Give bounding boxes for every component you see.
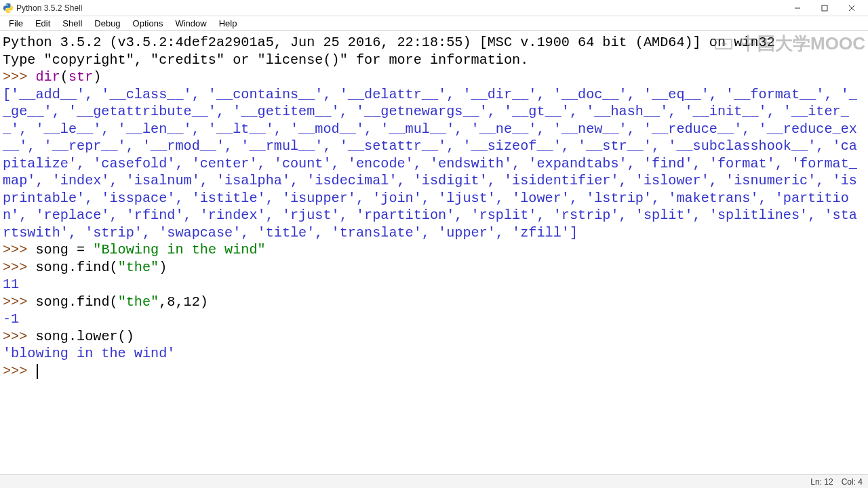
python-icon (3, 3, 14, 14)
menu-options[interactable]: Options (127, 17, 170, 30)
menu-shell[interactable]: Shell (56, 17, 88, 30)
find-call-2: song.find( (35, 294, 117, 310)
find-result-1: 11 (3, 277, 19, 292)
lower-call: song.lower() (35, 329, 134, 344)
menu-file[interactable]: File (3, 17, 29, 30)
window-controls (784, 1, 865, 16)
prompt: >>> (3, 329, 35, 344)
menubar: File Edit Shell Debug Options Window Hel… (0, 16, 868, 31)
statusbar: Ln: 12 Col: 4 (0, 474, 868, 488)
text-cursor (37, 364, 38, 379)
maximize-button[interactable] (811, 1, 838, 16)
banner-line2: Type "copyright", "credits" or "license(… (3, 52, 528, 68)
prompt: >>> (3, 69, 35, 85)
status-col: Col: 4 (842, 477, 863, 487)
minimize-button[interactable] (784, 1, 811, 16)
menu-edit[interactable]: Edit (29, 17, 56, 30)
menu-debug[interactable]: Debug (88, 17, 126, 30)
lower-result: 'blowing in the wind' (3, 346, 175, 361)
menu-help[interactable]: Help (213, 17, 243, 30)
titlebar: Python 3.5.2 Shell (0, 0, 868, 16)
shell-content[interactable]: Python 3.5.2 (v3.5.2:4def2a2901a5, Jun 2… (0, 31, 868, 474)
find-result-2: -1 (3, 311, 19, 327)
menu-window[interactable]: Window (169, 17, 212, 30)
prompt: >>> (3, 260, 35, 275)
find-call-1: song.find( (35, 260, 117, 275)
window-title: Python 3.5.2 Shell (16, 3, 784, 13)
prompt: >>> (3, 363, 35, 379)
builtin-dir: dir (35, 69, 60, 85)
prompt: >>> (3, 242, 35, 258)
assign-statement: song = (35, 242, 93, 258)
dir-output: ['__add__', '__class__', '__contains__',… (3, 87, 857, 241)
svg-rect-1 (822, 5, 827, 11)
status-line: Ln: 12 (810, 477, 833, 487)
banner-line1: Python 3.5.2 (v3.5.2:4def2a2901a5, Jun 2… (3, 35, 775, 50)
prompt: >>> (3, 294, 35, 310)
close-button[interactable] (838, 1, 865, 16)
